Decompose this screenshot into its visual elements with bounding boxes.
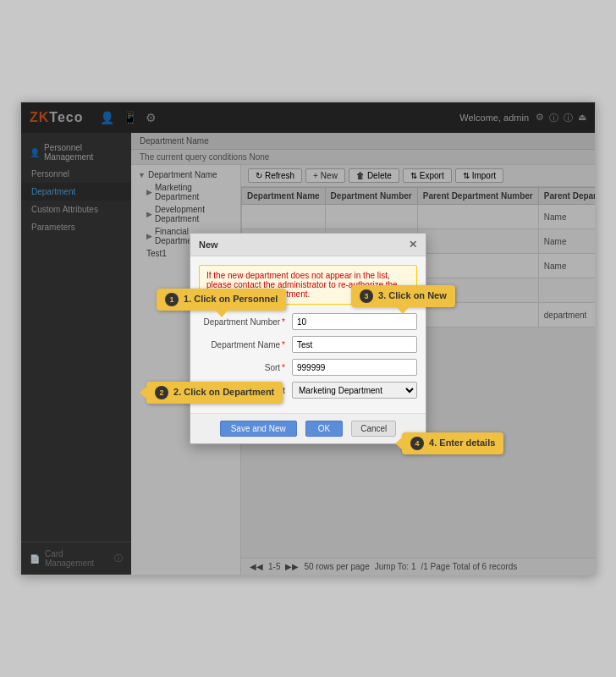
modal-header: New ✕: [190, 234, 426, 256]
modal-footer: Save and New OK Cancel: [190, 413, 426, 443]
dept-number-label: Department Number: [199, 317, 292, 327]
callout-step2: 2 2. Click on Department: [146, 382, 283, 404]
step3-text: 3. Click on New: [378, 290, 447, 300]
modal-title: New: [199, 239, 218, 250]
form-row-sort: Sort: [199, 359, 417, 376]
cancel-button[interactable]: Cancel: [351, 421, 396, 437]
form-row-dept-name: Department Name: [199, 336, 417, 353]
sort-input[interactable]: [292, 359, 417, 376]
step3-number: 3: [360, 289, 373, 303]
step1-text: 1. Click on Personnel: [184, 294, 278, 304]
callout-step1: 1 1. Click on Personnel: [157, 289, 286, 311]
sort-label: Sort: [199, 363, 292, 372]
dept-number-input[interactable]: [292, 313, 417, 330]
dept-name-label: Department Name: [199, 340, 292, 350]
step2-number: 2: [155, 386, 168, 399]
modal-close-button[interactable]: ✕: [409, 239, 417, 250]
dept-name-input[interactable]: [292, 336, 417, 353]
callout-step4: 4 4. Enter details: [402, 432, 503, 454]
save-and-new-button[interactable]: Save and New: [220, 421, 297, 437]
step4-text: 4. Enter details: [429, 438, 495, 448]
new-department-modal: New ✕ If the new department does not app…: [190, 233, 426, 444]
step2-text: 2. Click on Department: [173, 387, 274, 397]
step1-number: 1: [165, 293, 179, 306]
form-row-dept-number: Department Number: [199, 313, 417, 330]
callout-step3: 3 3. Click on New: [351, 285, 455, 307]
parent-dept-select[interactable]: Marketing Department: [292, 382, 417, 399]
step4-number: 4: [410, 437, 424, 450]
modal-overlay: New ✕ If the new department does not app…: [21, 102, 595, 575]
ok-button[interactable]: OK: [305, 421, 343, 437]
